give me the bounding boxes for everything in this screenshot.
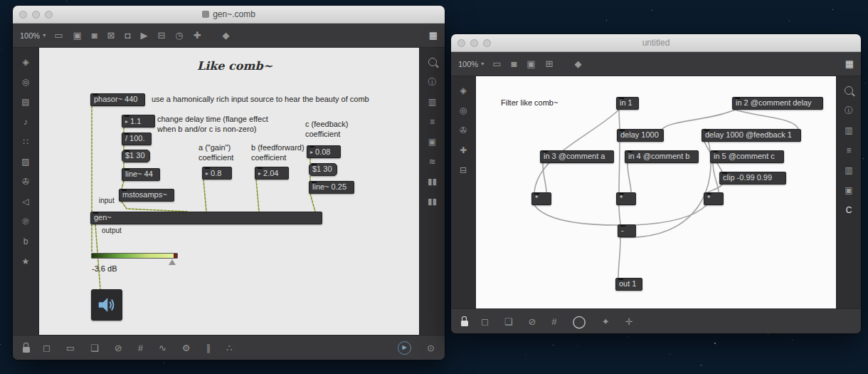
object-box-in-3-comment-a[interactable]: in 3 @comment a [540, 150, 614, 163]
inspector-info-icon[interactable]: ⓘ [845, 106, 853, 115]
object-box-in-4-comment-b[interactable]: in 4 @comment b [625, 150, 699, 163]
patch-cord[interactable] [662, 110, 735, 129]
select-tool-icon[interactable]: ◻ [481, 317, 489, 326]
plug-icon[interactable]: ✛ [625, 317, 633, 326]
object-box-line-44[interactable]: line~ 44 [122, 168, 160, 181]
level-meters-b-icon[interactable]: ▮▮ [428, 197, 437, 206]
message-box-tool-icon[interactable]: ⊟ [157, 31, 165, 40]
patch-cord[interactable] [534, 205, 619, 225]
object-box-out-1[interactable]: out 1 [615, 278, 642, 291]
presentation-mode-icon[interactable]: ▭ [66, 343, 75, 353]
patch-cord[interactable] [203, 180, 206, 212]
console-list-icon[interactable]: ≡ [846, 146, 851, 155]
speaker-side-icon[interactable]: ◁ [22, 197, 28, 206]
audio-mute-icon[interactable]: ⊘ [115, 343, 122, 353]
number-box-2-04[interactable]: ▸2.04 [255, 167, 289, 180]
close-button[interactable] [457, 39, 465, 47]
patch-cord[interactable] [618, 237, 620, 278]
audio-status-icon[interactable]: ◎ [460, 106, 467, 115]
search-icon[interactable] [428, 58, 437, 66]
filter-curves-icon[interactable]: ≋ [428, 157, 435, 166]
max-console-icon[interactable]: ▣ [73, 31, 81, 40]
midi-note-icon[interactable]: ♪ [23, 118, 28, 126]
minimize-button[interactable] [470, 39, 478, 47]
paint-bucket-icon[interactable]: ◆ [575, 59, 582, 68]
paperclip-icon[interactable]: ✇ [460, 126, 467, 135]
patch-cord[interactable] [713, 163, 719, 192]
comment-tool-icon[interactable]: ◙ [511, 59, 517, 68]
meter-handle-handle[interactable] [169, 259, 176, 265]
message-box-1-30[interactable]: $1 30 [309, 163, 337, 176]
audio-status-icon[interactable]: ◎ [22, 78, 29, 86]
snapshot-camera-icon[interactable]: ▣ [845, 186, 852, 194]
object-box-mstosamps[interactable]: mstosamps~ [119, 189, 174, 202]
console-list-icon[interactable]: ≡ [430, 118, 435, 126]
patch-cord[interactable] [122, 181, 124, 189]
packages-icon[interactable]: ℗ [23, 217, 29, 226]
power-icon[interactable]: ⊙ [427, 343, 435, 353]
patch-cord[interactable] [620, 129, 711, 237]
patcher-view-icon[interactable]: ▭ [492, 59, 501, 68]
object-box-11[interactable]: * [704, 192, 724, 205]
object-box-in-2-comment-delay[interactable]: in 2 @comment delay [732, 97, 823, 110]
patch-cord[interactable] [628, 163, 631, 192]
object-box-12[interactable]: - [618, 224, 636, 237]
patch-cord[interactable] [634, 205, 706, 225]
object-grid-icon[interactable]: ▦ [429, 31, 438, 40]
object-box-delay-1000-feedback-1[interactable]: delay 1000 @feedback 1 [702, 129, 801, 142]
collapse-icon[interactable]: ⊟ [460, 166, 467, 175]
reference-columns-icon[interactable]: ▥ [845, 166, 852, 175]
search-icon[interactable] [845, 86, 853, 95]
zoom-button[interactable] [45, 11, 53, 19]
transport-run-icon[interactable]: ▶ [398, 341, 411, 355]
level-meters-a-icon[interactable]: ▮▮ [428, 177, 437, 186]
number-box-0-8[interactable]: ▸0.8 [202, 167, 232, 180]
add-icon[interactable]: ✚ [460, 146, 467, 155]
grid-snap-icon[interactable]: # [138, 343, 143, 353]
zoom-button[interactable] [483, 39, 491, 47]
patch-cord[interactable] [310, 194, 315, 212]
patch-cord[interactable] [122, 202, 187, 212]
level-meter-meter[interactable] [91, 253, 178, 259]
lock-icon[interactable] [23, 343, 30, 353]
sidebar-columns-icon[interactable]: ▥ [428, 98, 436, 106]
ezdac-button-ezdac[interactable] [91, 289, 122, 321]
object-box-line-0-25[interactable]: line~ 0.25 [309, 181, 354, 194]
object-box-10[interactable]: * [616, 192, 636, 205]
paperclip-icon[interactable]: ✇ [22, 177, 29, 186]
object-box-clip-0-99-0-99[interactable]: clip -0.99 0.99 [719, 172, 786, 185]
titlebar[interactable]: gen~.comb [13, 6, 445, 24]
object-palette-icon[interactable]: ▣ [526, 59, 535, 68]
patch-cord[interactable] [735, 110, 798, 129]
beap-icon[interactable]: b [23, 237, 28, 246]
lessons-panel-icon[interactable]: ▤ [21, 98, 29, 106]
patch-cord[interactable] [708, 185, 722, 192]
grid-snap-icon[interactable]: # [551, 317, 556, 326]
message-box-1-30[interactable]: $1 30 [122, 150, 150, 162]
object-box-delay-1000[interactable]: delay 1000 [617, 129, 664, 142]
object-box-100[interactable]: / 100. [122, 133, 152, 145]
patch-cord[interactable] [619, 205, 620, 224]
patcher-canvas[interactable]: Like comb~phasor~ 440use a hamonically r… [39, 48, 419, 335]
matrix-icon[interactable]: ∷ [23, 137, 28, 146]
number-box-0-08[interactable]: ▸0.08 [307, 145, 341, 158]
patch-cord[interactable] [619, 142, 620, 192]
object-box-in-5-comment-c[interactable]: in 5 @comment c [710, 150, 784, 163]
meters-toggle-icon[interactable]: ∥ [206, 343, 211, 353]
patcher-view-icon[interactable]: ▭ [54, 31, 63, 40]
patcher-canvas[interactable]: Filter like comb~in 1in 2 @comment delay… [476, 76, 836, 308]
media-image-icon[interactable]: ▨ [21, 157, 29, 166]
object-box-gen[interactable]: gen~ [90, 212, 322, 224]
favorites-star-icon[interactable]: ★ [22, 257, 30, 266]
patch-cord[interactable] [619, 110, 620, 129]
zoom-control[interactable]: 100% ▾ [458, 60, 484, 68]
titlebar[interactable]: untitled [451, 34, 861, 52]
object-box-9[interactable]: * [531, 192, 551, 205]
add-object-icon[interactable]: ✚ [194, 31, 201, 40]
cycling-logo-icon[interactable]: C [846, 206, 852, 214]
zoom-control[interactable]: 100% ▾ [20, 31, 46, 40]
object-box-phasor-440[interactable]: phasor~ 440 [90, 93, 145, 106]
activity-ring-icon[interactable]: ◯ [573, 316, 586, 328]
console-cube-icon[interactable]: ◈ [22, 58, 28, 66]
dice-icon[interactable]: ⊞ [546, 59, 554, 68]
